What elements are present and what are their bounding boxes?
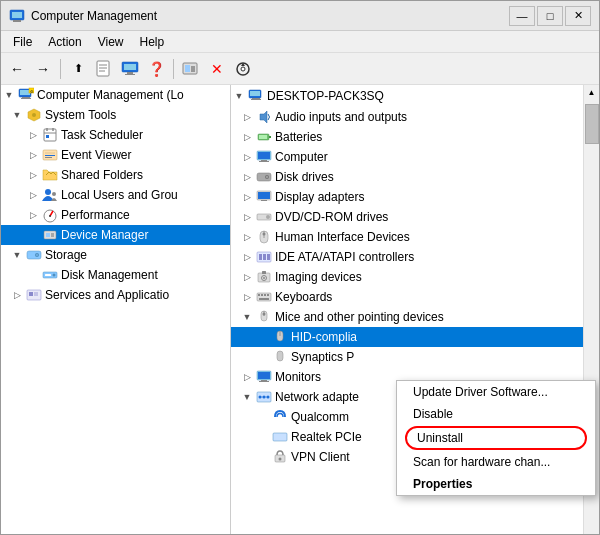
svg-rect-54 (252, 98, 260, 99)
toolbar-monitor[interactable] (118, 57, 142, 81)
right-disk-drives[interactable]: ▷ Disk drives (231, 167, 583, 187)
left-storage[interactable]: ▼ Storage (1, 245, 230, 265)
left-task-scheduler[interactable]: ▷ Task Scheduler (1, 125, 230, 145)
right-batteries[interactable]: ▷ Batteries (231, 127, 583, 147)
maximize-button[interactable]: □ (537, 6, 563, 26)
right-mice[interactable]: ▼ Mice and other pointing devices (231, 307, 583, 327)
right-keyboards[interactable]: ▷ Keyboards (231, 287, 583, 307)
right-hid-mouse[interactable]: HID-complia (231, 327, 583, 347)
ctx-properties[interactable]: Properties (397, 473, 595, 495)
toolbar-back[interactable]: ← (5, 57, 29, 81)
keyboards-label: Keyboards (275, 290, 332, 304)
scroll-thumb[interactable] (585, 104, 599, 144)
svg-rect-19 (20, 90, 30, 95)
expand-ide[interactable]: ▷ (239, 249, 255, 265)
toolbar-forward[interactable]: → (31, 57, 55, 81)
svg-point-100 (259, 396, 262, 399)
svg-rect-12 (185, 65, 190, 72)
expand-local-users[interactable]: ▷ (25, 187, 41, 203)
expand-performance[interactable]: ▷ (25, 207, 41, 223)
content-area: ▼ ⚙ Computer Management (Lo ▼ (1, 85, 599, 534)
ctx-scan-hardware[interactable]: Scan for hardware chan... (397, 451, 595, 473)
expand-display[interactable]: ▷ (239, 189, 255, 205)
right-header[interactable]: ▼ DESKTOP-PACK3SQ (231, 85, 583, 107)
menu-view[interactable]: View (90, 33, 132, 51)
menu-bar: File Action View Help (1, 31, 599, 53)
mice-label: Mice and other pointing devices (275, 310, 444, 324)
disk-drives-label: Disk drives (275, 170, 334, 184)
expand-shared-folders[interactable]: ▷ (25, 167, 41, 183)
minimize-button[interactable]: — (509, 6, 535, 26)
left-tree-root[interactable]: ▼ ⚙ Computer Management (Lo (1, 85, 230, 105)
computer-management-window: Computer Management — □ ✕ File Action Vi… (0, 0, 600, 535)
ctx-uninstall[interactable]: Uninstall (405, 426, 587, 450)
ctx-disable[interactable]: Disable (397, 403, 595, 425)
svg-rect-59 (259, 135, 267, 139)
right-synaptics[interactable]: Synaptics P (231, 347, 583, 367)
expand-event-viewer[interactable]: ▷ (25, 147, 41, 163)
right-ide[interactable]: ▷ IDE ATA/ATAPI controllers (231, 247, 583, 267)
batteries-label: Batteries (275, 130, 322, 144)
toolbar-up[interactable]: ⬆ (66, 57, 90, 81)
expand-network[interactable]: ▼ (239, 389, 255, 405)
right-imaging[interactable]: ▷ Imaging devices (231, 267, 583, 287)
expand-device-manager[interactable] (25, 227, 41, 243)
expand-audio[interactable]: ▷ (239, 109, 255, 125)
expand-storage[interactable]: ▼ (9, 247, 25, 263)
svg-rect-86 (264, 294, 266, 296)
left-disk-management[interactable]: Disk Management (1, 265, 230, 285)
expand-mice[interactable]: ▼ (239, 309, 255, 325)
toolbar-properties[interactable] (179, 57, 203, 81)
display-adapters-icon (255, 189, 273, 205)
svg-rect-63 (259, 161, 269, 162)
synaptics-label: Synaptics P (291, 350, 354, 364)
left-device-manager[interactable]: Device Manager (1, 225, 230, 245)
svg-rect-55 (251, 99, 261, 100)
toolbar-refresh[interactable] (231, 57, 255, 81)
expand-root[interactable]: ▼ (1, 87, 17, 103)
left-system-tools[interactable]: ▼ System Tools (1, 105, 230, 125)
system-tools-label: System Tools (45, 108, 116, 122)
scroll-up-arrow[interactable]: ▲ (585, 85, 599, 100)
right-dvd[interactable]: ▷ DVD/CD-ROM drives (231, 207, 583, 227)
svg-rect-39 (46, 233, 50, 237)
expand-monitors[interactable]: ▷ (239, 369, 255, 385)
expand-imaging[interactable]: ▷ (239, 269, 255, 285)
network-icon (255, 389, 273, 405)
right-hid[interactable]: ▷ Human Interface Devices (231, 227, 583, 247)
menu-help[interactable]: Help (132, 33, 173, 51)
expand-disk-drives[interactable]: ▷ (239, 169, 255, 185)
expand-services[interactable]: ▷ (9, 287, 25, 303)
left-local-users[interactable]: ▷ Local Users and Grou (1, 185, 230, 205)
right-display[interactable]: ▷ Display adapters (231, 187, 583, 207)
menu-action[interactable]: Action (40, 33, 89, 51)
expand-batteries[interactable]: ▷ (239, 129, 255, 145)
menu-file[interactable]: File (5, 33, 40, 51)
ctx-update-driver[interactable]: Update Driver Software... (397, 381, 595, 403)
task-scheduler-label: Task Scheduler (61, 128, 143, 142)
expand-keyboards[interactable]: ▷ (239, 289, 255, 305)
svg-marker-56 (260, 111, 267, 123)
right-audio[interactable]: ▷ Audio inputs and outputs (231, 107, 583, 127)
expand-hid[interactable]: ▷ (239, 229, 255, 245)
close-button[interactable]: ✕ (565, 6, 591, 26)
expand-task-scheduler[interactable]: ▷ (25, 127, 41, 143)
right-computer[interactable]: ▷ Computer (231, 147, 583, 167)
toolbar-help[interactable]: ❓ (144, 57, 168, 81)
svg-rect-105 (273, 433, 287, 441)
toolbar-delete[interactable]: ✕ (205, 57, 229, 81)
svg-point-82 (263, 277, 265, 279)
expand-dvd[interactable]: ▷ (239, 209, 255, 225)
left-services[interactable]: ▷ Services and Applicatio (1, 285, 230, 305)
left-shared-folders[interactable]: ▷ Shared Folders (1, 165, 230, 185)
right-panel: ▲ ▼ DESKTOP-PACK3SQ (231, 85, 599, 534)
toolbar-page[interactable] (92, 57, 116, 81)
svg-rect-8 (124, 64, 136, 70)
expand-desktop[interactable]: ▼ (231, 88, 247, 104)
left-event-viewer[interactable]: ▷ Event Viewer (1, 145, 230, 165)
expand-computer[interactable]: ▷ (239, 149, 255, 165)
expand-system-tools[interactable]: ▼ (9, 107, 25, 123)
svg-point-91 (263, 313, 266, 316)
svg-point-74 (263, 233, 266, 236)
left-performance[interactable]: ▷ Performance (1, 205, 230, 225)
